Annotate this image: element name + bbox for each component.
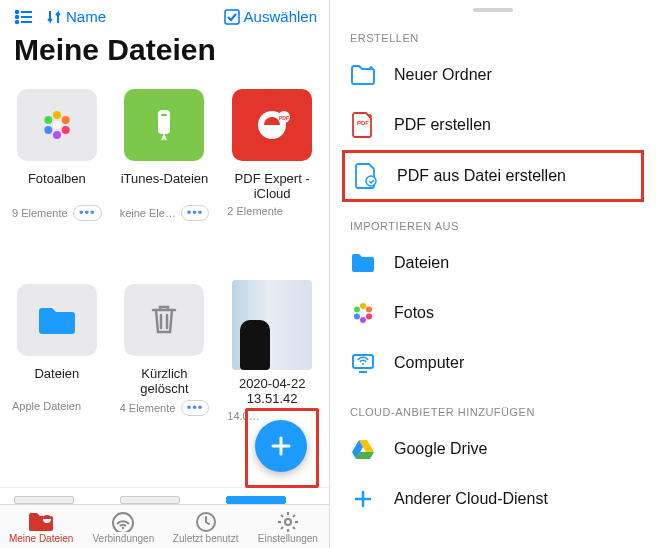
menu-google-drive[interactable]: Google Drive <box>330 424 656 474</box>
bottom-tabbar: Meine Dateien Verbindungen Zuletzt benut… <box>0 504 329 548</box>
select-label: Auswählen <box>244 8 317 25</box>
trash-folder-icon <box>124 284 204 356</box>
pdf-from-file-icon <box>353 163 379 189</box>
menu-label: PDF erstellen <box>394 116 491 134</box>
tile-label: 2020-04-22 13.51.42 <box>225 376 319 408</box>
more-button[interactable]: ••• <box>181 205 210 221</box>
menu-new-folder[interactable]: Neuer Ordner <box>330 50 656 100</box>
svg-point-9 <box>62 116 70 124</box>
svg-point-7 <box>53 121 61 129</box>
folder-icon <box>350 250 376 276</box>
menu-import-computer[interactable]: Computer <box>330 338 656 388</box>
svg-point-51 <box>362 363 364 365</box>
tile-meta: 9 Elemente <box>12 207 68 219</box>
menu-import-files[interactable]: Dateien <box>330 238 656 288</box>
select-button[interactable]: Auswählen <box>224 8 317 25</box>
svg-point-43 <box>360 303 366 309</box>
gear-icon <box>277 511 299 533</box>
svg-rect-15 <box>161 114 167 116</box>
computer-icon <box>350 350 376 376</box>
pdfexpert-folder-icon: PDF <box>232 89 312 161</box>
create-sheet: ERSTELLEN Neuer Ordner PDF PDF erstellen… <box>330 0 656 548</box>
tab-label: Zuletzt benutzt <box>173 533 239 544</box>
folder-tile-pdfexpert[interactable]: PDF PDF Expert - iCloud 2 Elemente <box>221 77 323 266</box>
svg-line-33 <box>293 527 295 529</box>
tile-meta: 2 Elemente <box>227 205 283 217</box>
more-button[interactable]: ••• <box>181 400 210 416</box>
svg-point-13 <box>44 116 52 124</box>
svg-line-35 <box>293 515 295 517</box>
svg-point-44 <box>366 307 372 313</box>
check-icon <box>224 9 240 25</box>
tile-label: Kürzlich gelöscht <box>118 366 212 398</box>
add-button[interactable] <box>255 420 307 472</box>
svg-rect-14 <box>158 110 170 134</box>
my-files-icon <box>28 511 54 533</box>
menu-label: Fotos <box>394 304 434 322</box>
section-cloud-label: CLOUD-ANBIETER HINZUFÜGEN <box>330 398 656 424</box>
folder-tile-fotoalben[interactable]: Fotoalben 9 Elemente ••• <box>6 77 108 266</box>
folder-tile-itunes[interactable]: iTunes-Dateien keine Ele… ••• <box>114 77 216 266</box>
plus-icon <box>268 433 294 459</box>
tile-label: Fotoalben <box>28 171 86 203</box>
tab-my-files[interactable]: Meine Dateien <box>0 505 82 548</box>
svg-point-41 <box>366 176 376 186</box>
menu-other-cloud[interactable]: Anderer Cloud-Dienst <box>330 474 656 524</box>
sheet-handle[interactable] <box>473 8 513 12</box>
photo-thumbnail <box>232 280 312 370</box>
menu-pdf-from-file[interactable]: PDF aus Datei erstellen <box>353 163 633 189</box>
svg-point-46 <box>360 317 366 323</box>
tile-label: iTunes-Dateien <box>121 171 209 203</box>
folder-tile-trash[interactable]: Kürzlich gelöscht 4 Elemente ••• <box>114 272 216 467</box>
svg-rect-6 <box>225 10 239 24</box>
tile-label: PDF Expert - iCloud <box>225 171 319 203</box>
files-folder-icon <box>17 284 97 356</box>
tab-label: Verbindungen <box>93 533 155 544</box>
sort-button[interactable]: Name <box>46 8 106 25</box>
list-icon <box>14 9 34 25</box>
sort-label: Name <box>66 8 106 25</box>
menu-label: Anderer Cloud-Dienst <box>394 490 548 508</box>
wifi-icon <box>111 511 135 533</box>
section-create-label: ERSTELLEN <box>330 24 656 50</box>
photos-folder-icon <box>17 89 97 161</box>
svg-text:PDF: PDF <box>357 120 369 126</box>
tab-recent[interactable]: Zuletzt benutzt <box>165 505 247 548</box>
menu-label: Neuer Ordner <box>394 66 492 84</box>
svg-point-8 <box>53 111 61 119</box>
tile-meta: 4 Elemente <box>120 402 176 414</box>
svg-point-11 <box>53 131 61 139</box>
files-screen: Name Auswählen Meine Dateien Fotoalben 9… <box>0 0 330 548</box>
more-button[interactable]: ••• <box>73 205 102 221</box>
svg-point-12 <box>44 126 52 134</box>
tile-label: Dateien <box>34 366 79 398</box>
itunes-folder-icon <box>124 89 204 161</box>
tab-connections[interactable]: Verbindungen <box>82 505 164 548</box>
new-folder-icon <box>350 62 376 88</box>
header-toolbar: Name Auswählen <box>0 0 329 29</box>
page-title: Meine Dateien <box>0 29 329 77</box>
menu-import-photos[interactable]: Fotos <box>330 288 656 338</box>
folder-tile-dateien[interactable]: Dateien Apple Dateien <box>6 272 108 467</box>
svg-line-34 <box>281 527 283 529</box>
menu-label: Google Drive <box>394 440 487 458</box>
svg-point-0 <box>16 10 18 12</box>
menu-pdf-create[interactable]: PDF PDF erstellen <box>330 100 656 150</box>
svg-point-47 <box>354 314 360 320</box>
photos-icon <box>350 300 376 326</box>
menu-label: PDF aus Datei erstellen <box>397 167 566 185</box>
list-view-button[interactable] <box>14 9 34 25</box>
sort-icon <box>46 9 62 25</box>
pdf-from-file-highlight: PDF aus Datei erstellen <box>342 150 644 202</box>
partial-row <box>0 487 329 504</box>
svg-point-4 <box>16 20 18 22</box>
section-import-label: IMPORTIEREN AUS <box>330 212 656 238</box>
tab-label: Meine Dateien <box>9 533 73 544</box>
svg-line-32 <box>281 515 283 517</box>
clock-icon <box>195 511 217 533</box>
svg-point-42 <box>360 310 366 316</box>
svg-point-10 <box>62 126 70 134</box>
svg-point-2 <box>16 15 18 17</box>
tab-settings[interactable]: Einstellungen <box>247 505 329 548</box>
menu-label: Computer <box>394 354 464 372</box>
